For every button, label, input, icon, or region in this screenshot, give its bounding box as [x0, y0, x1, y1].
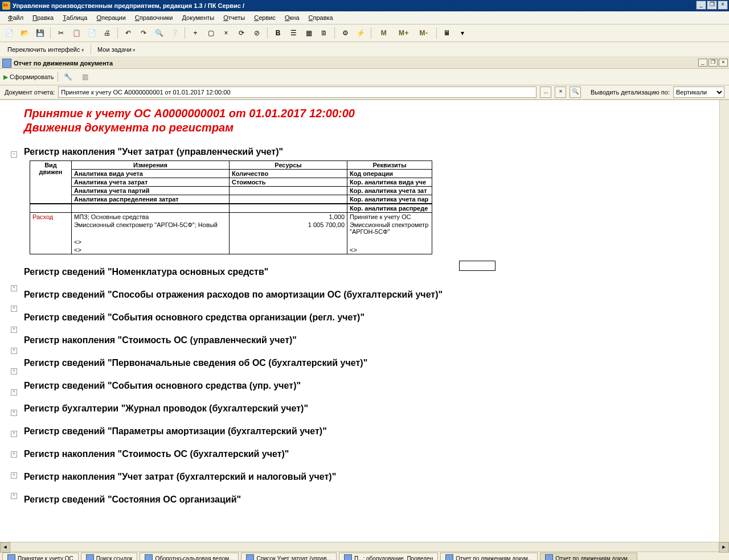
res-row: Стоимость: [230, 178, 347, 187]
window-tab-label: Отчет по движениям докум...: [456, 555, 533, 561]
window-tab[interactable]: Отчет по движениям докум...: [440, 553, 538, 560]
window-tab[interactable]: П...: оборудование. Проведен: [339, 553, 438, 560]
window-tab[interactable]: Отчет по движениям докум...: [540, 553, 637, 560]
calc-icon[interactable]: 🖩: [440, 26, 454, 40]
switch-interface-button[interactable]: Переключить интерфейс: [3, 44, 88, 55]
row-req-empty: <>: [347, 246, 432, 254]
cut-icon[interactable]: ✂: [54, 26, 68, 40]
report-icon: [2, 59, 11, 68]
row-dim-empty: <>: [72, 246, 230, 254]
window-tabs: Принятие к учету ОСПоиск ссылокОборотно-…: [0, 551, 729, 560]
doc-param-search-button[interactable]: 🔍: [570, 87, 581, 98]
tool2-icon[interactable]: ⚡: [354, 26, 367, 40]
mem-m-button[interactable]: M: [375, 26, 393, 40]
menu-справочники[interactable]: Справочники: [130, 13, 178, 22]
my-tasks-button[interactable]: Мои задачи: [93, 44, 140, 55]
doc-param-input[interactable]: [58, 87, 536, 98]
register-heading: Регистр сведений "Номенклатура основных …: [24, 267, 711, 277]
list-icon[interactable]: ☰: [286, 26, 300, 40]
stop-icon[interactable]: ⊘: [250, 26, 264, 40]
menu-таблица[interactable]: Таблица: [58, 13, 92, 22]
window-tab-label: Принятие к учету ОС: [18, 555, 73, 561]
row-dim-empty: <>: [72, 238, 230, 246]
window-tab[interactable]: Поиск ссылок: [81, 553, 138, 560]
doc-restore-button[interactable]: ❐: [708, 59, 718, 67]
dim-row: Аналитика учета затрат: [72, 178, 230, 187]
detail-select[interactable]: Вертикали: [673, 87, 724, 98]
window-tab[interactable]: Принятие к учету ОС: [2, 553, 79, 560]
scroll-right-button[interactable]: ►: [719, 542, 729, 553]
zoom-in-icon[interactable]: +: [189, 26, 202, 40]
register-heading: Регистр сведений "События основного сред…: [24, 312, 711, 323]
window-tab-icon: [86, 554, 94, 560]
doc-icon[interactable]: 🗎: [317, 26, 331, 40]
minimize-button[interactable]: _: [696, 1, 706, 10]
new-doc-icon[interactable]: 📄: [2, 26, 16, 40]
menu-документы[interactable]: Документы: [178, 13, 219, 22]
save-icon[interactable]: 💾: [33, 26, 47, 40]
window-tab[interactable]: Оборотно-сальдовая ведом...: [140, 553, 239, 560]
menu-файл[interactable]: Файл: [3, 13, 28, 22]
register-heading: Регистр сведений "Способы отражения расх…: [24, 290, 711, 300]
menu-отчеты[interactable]: Отчеты: [219, 13, 249, 22]
help-icon[interactable]: ❔: [167, 26, 181, 40]
export-icon[interactable]: ▥: [79, 70, 92, 84]
window-tab-icon: [545, 554, 553, 560]
doc-param-clear-button[interactable]: ×: [555, 87, 566, 98]
th-req: Реквизиты: [347, 161, 432, 170]
zoom-fit-icon[interactable]: ▢: [204, 26, 218, 40]
document-titlebar: Отчет по движениям документа _ ❐ ×: [0, 57, 729, 69]
menu-операции[interactable]: Операции: [92, 13, 130, 22]
report-body[interactable]: Принятие к учету ОС A0000000001 от 01.01…: [16, 100, 719, 542]
window-tab-label: Поиск ссылок: [96, 555, 133, 561]
register-heading: Регистр сведений "Первоначальные сведени…: [24, 358, 711, 368]
dropdown-icon[interactable]: ▾: [456, 26, 469, 40]
paste-icon[interactable]: 📄: [85, 26, 99, 40]
window-tab[interactable]: Список Учет затрат (управ...: [241, 553, 336, 560]
open-icon[interactable]: 📂: [18, 26, 31, 40]
doc-close-button[interactable]: ×: [719, 59, 728, 67]
window-tab-icon: [445, 554, 453, 560]
row-res: 1 005 700,00: [230, 221, 347, 229]
redo-icon[interactable]: ↷: [137, 26, 150, 40]
menu-правка[interactable]: Правка: [28, 13, 58, 22]
undo-icon[interactable]: ↶: [121, 26, 135, 40]
run-report-button[interactable]: Сформировать: [3, 73, 54, 81]
row-req: Принятие к учету ОС: [347, 213, 432, 221]
register-table: Вид движен Измерения Ресурсы Реквизиты А…: [30, 160, 432, 254]
req-row: Кор. аналитика распреде: [347, 204, 432, 213]
res-row: [230, 187, 347, 195]
doc-minimize-button[interactable]: _: [698, 59, 707, 67]
mem-mplus-button[interactable]: M+: [395, 26, 413, 40]
menu-справка[interactable]: Справка: [304, 13, 338, 22]
req-row: Кор. аналитика вида уче: [347, 178, 432, 187]
vertical-scrollbar[interactable]: [719, 100, 729, 542]
app-titlebar: Управление производственным предприятием…: [0, 0, 729, 11]
find-icon[interactable]: 🔍: [152, 26, 166, 40]
doc-param-ellipsis-button[interactable]: ...: [540, 87, 551, 98]
app-title: Управление производственным предприятием…: [13, 2, 244, 9]
tool1-icon[interactable]: ⚙: [338, 26, 352, 40]
grid-icon[interactable]: ▦: [302, 26, 316, 40]
register-heading-open: Регистр накопления "Учет затрат (управле…: [24, 147, 711, 157]
main-menu: ФайлПравкаТаблицаОперацииСправочникиДоку…: [0, 11, 729, 24]
close-button[interactable]: ×: [718, 1, 728, 10]
register-heading: Регистр накопления "Учет затрат (бухгалт…: [24, 472, 711, 482]
refresh-icon[interactable]: ⟳: [235, 26, 248, 40]
copy-icon[interactable]: 📋: [69, 26, 83, 40]
outline-gutter: −+++++++++++: [0, 100, 16, 542]
register-heading: Регистр сведений "Параметры амортизации …: [24, 426, 711, 437]
window-tab-icon: [7, 554, 15, 560]
mem-mminus-button[interactable]: M-: [415, 26, 433, 40]
restore-button[interactable]: ❐: [707, 1, 717, 10]
bold-icon[interactable]: B: [271, 26, 285, 40]
menu-сервис[interactable]: Сервис: [249, 13, 280, 22]
print-icon[interactable]: 🖨: [100, 26, 114, 40]
settings-icon[interactable]: 🔧: [62, 70, 75, 84]
horizontal-scrollbar[interactable]: ◄ ►: [0, 542, 729, 551]
zoom-out-icon[interactable]: ×: [219, 26, 233, 40]
window-tab-label: Отчет по движениям докум...: [555, 555, 632, 561]
menu-окна[interactable]: Окна: [280, 13, 304, 22]
scroll-left-button[interactable]: ◄: [0, 542, 10, 553]
row-dim: МПЗ; Основные средства: [72, 213, 230, 221]
